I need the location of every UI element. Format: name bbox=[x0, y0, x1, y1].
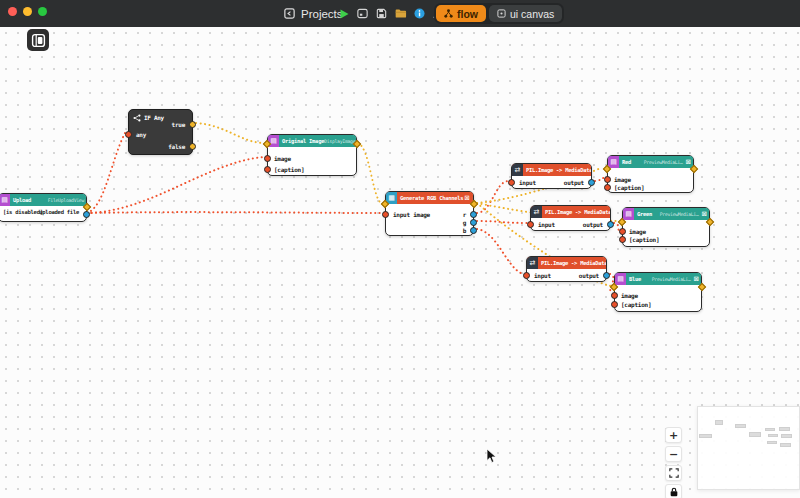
output-port-r[interactable] bbox=[470, 211, 477, 218]
port-label-output: output bbox=[579, 272, 599, 279]
output-port[interactable] bbox=[588, 179, 595, 186]
fit-view-button[interactable] bbox=[665, 465, 682, 481]
output-port-true[interactable] bbox=[189, 121, 196, 128]
traffic-lights bbox=[8, 7, 47, 16]
zoom-out-button[interactable]: − bbox=[665, 446, 682, 462]
close-window-button[interactable] bbox=[8, 7, 17, 16]
node-converter-3[interactable]: ⇄ PIL.Image -> MediaData input output bbox=[526, 256, 607, 282]
input-port[interactable] bbox=[527, 221, 534, 228]
input-port[interactable] bbox=[508, 179, 515, 186]
node-title: Upload bbox=[10, 197, 31, 203]
node-green[interactable]: ▤ Green PreviewMediaLi… ⊠ image [caption… bbox=[622, 207, 710, 247]
node-title: Original Image bbox=[279, 138, 324, 144]
minimap-node bbox=[699, 434, 712, 438]
lock-button[interactable] bbox=[665, 484, 682, 498]
node-original-image-header[interactable]: ▤ Original Image DisplayImage… ⊠ bbox=[268, 135, 356, 147]
folder-icon[interactable] bbox=[394, 7, 407, 20]
app-logo[interactable] bbox=[27, 29, 49, 51]
converter-header[interactable]: ⇄ PIL.Image -> MediaData bbox=[531, 206, 610, 218]
projects-button[interactable]: Projects bbox=[283, 5, 343, 22]
port-label-true: true bbox=[172, 121, 185, 128]
save-icon[interactable] bbox=[375, 7, 388, 20]
mouse-cursor bbox=[486, 449, 497, 468]
image-icon: ▤ bbox=[623, 208, 634, 220]
node-red-header[interactable]: ▤ Red PreviewMediaLi… ⊠ bbox=[608, 156, 693, 168]
port-label-caption: [caption] bbox=[629, 236, 659, 243]
plus-icon: + bbox=[669, 429, 678, 442]
port-label-caption: [caption] bbox=[614, 184, 644, 191]
input-port-caption[interactable] bbox=[611, 301, 618, 308]
input-port-image[interactable] bbox=[611, 292, 618, 299]
image-icon: ▤ bbox=[615, 273, 626, 285]
converter-header[interactable]: ⇄ PIL.Image -> MediaData bbox=[512, 164, 591, 176]
window-titlebar: Projects flow ui canvas bbox=[0, 0, 800, 27]
node-title: Generate RGB Channels bbox=[397, 195, 463, 201]
console-icon[interactable] bbox=[356, 7, 369, 20]
output-port-g[interactable] bbox=[470, 219, 477, 226]
output-port[interactable] bbox=[607, 221, 614, 228]
maximize-window-button[interactable] bbox=[38, 7, 47, 16]
port-label-image: image bbox=[629, 228, 646, 235]
minimap-node bbox=[749, 432, 761, 437]
node-subtype: PreviewMediaLi… bbox=[652, 277, 693, 282]
node-subtype: FileUploadView bbox=[48, 198, 86, 203]
minimap-node bbox=[735, 424, 746, 428]
node-blue[interactable]: ▤ Blue PreviewMediaLi… ⊠ image [caption] bbox=[614, 272, 702, 312]
node-green-header[interactable]: ▤ Green PreviewMediaLi… ⊠ bbox=[623, 208, 709, 220]
node-blue-header[interactable]: ▤ Blue PreviewMediaLi… ⊠ bbox=[615, 273, 701, 285]
node-title: PIL.Image -> MediaData bbox=[538, 260, 606, 266]
node-generate-rgb-header[interactable]: ▦ Generate RGB Channels ⊠ bbox=[386, 192, 473, 204]
node-upload[interactable]: ▤ Upload FileUploadView [is disabled] up… bbox=[0, 193, 87, 222]
convert-icon: ⇄ bbox=[512, 164, 523, 176]
info-icon[interactable] bbox=[413, 7, 426, 20]
node-red[interactable]: ▤ Red PreviewMediaLi… ⊠ image [caption] bbox=[607, 155, 694, 193]
node-converter-2[interactable]: ⇄ PIL.Image -> MediaData input output bbox=[530, 205, 611, 231]
play-icon[interactable] bbox=[337, 7, 350, 20]
minimap-node bbox=[767, 441, 777, 444]
minimap[interactable] bbox=[697, 406, 800, 490]
port-label-disabled: [is disabled] bbox=[3, 209, 43, 215]
port-label-uploaded-file: uploaded file bbox=[39, 209, 79, 215]
input-port-caption[interactable] bbox=[604, 184, 611, 191]
input-port-image[interactable] bbox=[619, 228, 626, 235]
zoom-in-button[interactable]: + bbox=[665, 427, 682, 443]
convert-icon: ⇄ bbox=[527, 257, 538, 269]
node-original-image[interactable]: ▤ Original Image DisplayImage… ⊠ image [… bbox=[267, 134, 357, 176]
input-port-caption[interactable] bbox=[619, 236, 626, 243]
node-generate-rgb-channels[interactable]: ▦ Generate RGB Channels ⊠ input image r … bbox=[385, 191, 474, 236]
node-subtype: PreviewMediaLi… bbox=[644, 160, 685, 165]
input-port[interactable] bbox=[523, 272, 530, 279]
minimap-node bbox=[715, 420, 723, 425]
node-title: Blue bbox=[626, 276, 641, 282]
input-port-caption[interactable] bbox=[264, 166, 271, 173]
node-title: Green bbox=[634, 211, 652, 217]
projects-panel-icon bbox=[283, 7, 296, 20]
fit-view-icon bbox=[669, 468, 679, 478]
branch-icon bbox=[133, 114, 141, 122]
output-port-uploaded-file[interactable] bbox=[83, 211, 90, 218]
port-label-r: r bbox=[463, 211, 466, 218]
canvas-controls: + − bbox=[665, 427, 682, 498]
minimize-window-button[interactable] bbox=[23, 7, 32, 16]
node-if-any[interactable]: IF Any true any false bbox=[128, 109, 193, 155]
port-label-b: b bbox=[463, 227, 466, 234]
tab-flow[interactable]: flow bbox=[436, 5, 486, 22]
port-label-caption: [caption] bbox=[274, 166, 304, 173]
node-title: IF Any bbox=[141, 114, 164, 121]
input-port-image[interactable] bbox=[264, 155, 271, 162]
port-label-output: output bbox=[564, 179, 584, 186]
node-converter-1[interactable]: ⇄ PIL.Image -> MediaData input output bbox=[511, 163, 592, 189]
converter-header[interactable]: ⇄ PIL.Image -> MediaData bbox=[527, 257, 606, 269]
port-label-image: image bbox=[614, 176, 631, 183]
node-upload-header[interactable]: ▤ Upload FileUploadView bbox=[0, 194, 86, 206]
port-label-image: image bbox=[274, 155, 291, 162]
tab-ui-canvas[interactable]: ui canvas bbox=[489, 5, 562, 22]
node-title: PIL.Image -> MediaData bbox=[542, 209, 610, 215]
input-port-image[interactable] bbox=[604, 176, 611, 183]
input-port-any[interactable] bbox=[125, 131, 132, 138]
output-port-b[interactable] bbox=[470, 227, 477, 234]
upload-icon: ▤ bbox=[0, 194, 10, 206]
output-port-false[interactable] bbox=[189, 143, 196, 150]
output-port[interactable] bbox=[603, 272, 610, 279]
input-port-image[interactable] bbox=[382, 211, 389, 218]
